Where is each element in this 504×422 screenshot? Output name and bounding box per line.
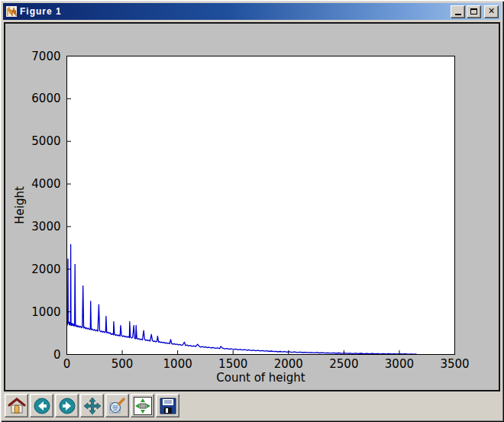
y-tick-label: 4000 [31,177,60,191]
y-tick-label: 7000 [31,50,60,63]
pan-icon [83,397,102,415]
x-tick-label: 3500 [440,357,469,371]
y-tick-label: 6000 [31,92,60,105]
minimize-icon [455,14,461,15]
x-tick-label: 1000 [163,357,192,371]
x-tick-label: 1500 [218,357,247,371]
minimize-button[interactable] [451,5,465,18]
pan-button[interactable] [80,394,104,417]
close-icon: ✕ [488,7,495,15]
maximize-button[interactable] [467,5,481,18]
x-tick-label: 500 [111,357,134,371]
forward-icon [58,397,76,415]
y-tick-label: 5000 [31,134,60,148]
save-icon [159,397,177,415]
x-tick-label: 3000 [385,357,414,371]
back-icon [33,397,51,415]
y-axis-label: Height [13,186,27,224]
home-button[interactable] [5,394,28,417]
window-controls: ✕ [451,5,499,18]
y-tick-label: 2000 [31,263,60,276]
plot-background [67,56,455,355]
configure-subplots-icon [134,397,152,415]
close-button[interactable]: ✕ [484,5,499,18]
home-icon [8,397,26,415]
navigation-toolbar [3,392,501,419]
maximize-icon [470,8,477,14]
zoom-to-rect-icon [108,397,127,415]
x-tick-label: 2500 [329,357,358,371]
forward-button[interactable] [55,394,79,417]
figure-canvas-area: 0500100015002000250030003500010002000300… [4,22,500,391]
x-axis-label: Count of height [216,371,305,385]
y-tick-label: 3000 [31,220,60,234]
figure-canvas[interactable]: 0500100015002000250030003500010002000300… [5,24,499,390]
configure-subplots-button[interactable] [131,394,154,417]
x-tick-label: 2000 [274,357,303,371]
titlebar[interactable]: Figure 1 ✕ [3,3,501,20]
matplotlib-app-icon[interactable] [5,5,18,18]
save-button[interactable] [156,394,179,417]
zoom-to-rect-button[interactable] [105,394,129,417]
figure-window: Figure 1 ✕ 05001000150020002500300035000… [0,0,504,422]
back-button[interactable] [30,394,53,417]
y-tick-label: 0 [53,348,61,362]
y-tick-label: 1000 [31,305,60,319]
window-title: Figure 1 [20,3,451,20]
x-tick-label: 0 [63,357,71,371]
